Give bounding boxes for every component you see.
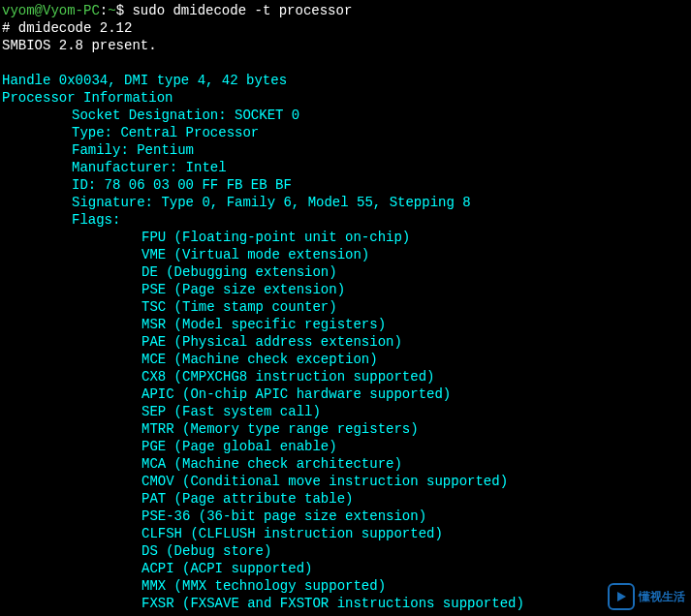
flag-line: FPU (Floating-point unit on-chip) <box>2 229 689 246</box>
watermark-text: 懂视生活 <box>639 588 685 605</box>
field-line: ID: 78 06 03 00 FF FB EB BF <box>2 176 689 194</box>
field-line: Flags: <box>2 211 689 229</box>
flag-line: PGE (Page global enable) <box>2 438 689 455</box>
flag-line: FXSR (FXSAVE and FXSTOR instructions sup… <box>2 595 689 612</box>
processor-header: Processor Information <box>2 89 689 107</box>
watermark: 懂视生活 <box>608 583 685 610</box>
flag-line: MMX (MMX technology supported) <box>2 577 689 595</box>
flag-line: TSC (Time stamp counter) <box>2 298 689 316</box>
flag-line: DS (Debug store) <box>2 542 689 560</box>
field-line: Socket Designation: SOCKET 0 <box>2 107 689 124</box>
flag-line: PSE-36 (36-bit page size extension) <box>2 508 689 525</box>
prompt-dollar: $ <box>116 3 124 18</box>
flag-line: CX8 (CMPXCHG8 instruction supported) <box>2 368 689 385</box>
flag-line: SEP (Fast system call) <box>2 403 689 420</box>
output-line: SMBIOS 2.8 present. <box>2 37 689 54</box>
flag-line: VME (Virtual mode extension) <box>2 246 689 263</box>
flag-line: CLFSH (CLFLUSH instruction supported) <box>2 525 689 542</box>
command: sudo dmidecode -t processor <box>132 3 352 18</box>
flag-line: CMOV (Conditional move instruction suppo… <box>2 473 689 490</box>
flag-line: DE (Debugging extension) <box>2 263 689 281</box>
blank-line <box>2 54 689 72</box>
flag-line: PAT (Page attribute table) <box>2 490 689 508</box>
handle-line: Handle 0x0034, DMI type 4, 42 bytes <box>2 72 689 89</box>
flag-line: PSE (Page size extension) <box>2 281 689 298</box>
play-icon <box>608 583 635 610</box>
field-line: Signature: Type 0, Family 6, Model 55, S… <box>2 194 689 211</box>
prompt-user: vyom@Vyom-PC <box>2 3 100 18</box>
terminal-output: vyom@Vyom-PC:~$ sudo dmidecode -t proces… <box>2 2 689 612</box>
prompt-path: ~ <box>108 3 115 18</box>
field-line: Type: Central Processor <box>2 124 689 141</box>
flag-line: PAE (Physical address extension) <box>2 333 689 351</box>
flag-line: MSR (Model specific registers) <box>2 316 689 333</box>
flag-line: APIC (On-chip APIC hardware supported) <box>2 385 689 403</box>
prompt-line[interactable]: vyom@Vyom-PC:~$ sudo dmidecode -t proces… <box>2 2 689 19</box>
field-line: Manufacturer: Intel <box>2 159 689 176</box>
flag-line: ACPI (ACPI supported) <box>2 560 689 577</box>
flag-line: MCA (Machine check architecture) <box>2 455 689 473</box>
field-line: Family: Pentium <box>2 141 689 159</box>
flag-line: MTRR (Memory type range registers) <box>2 420 689 438</box>
output-line: # dmidecode 2.12 <box>2 19 689 37</box>
prompt-sep: : <box>100 3 108 18</box>
flag-line: MCE (Machine check exception) <box>2 351 689 368</box>
